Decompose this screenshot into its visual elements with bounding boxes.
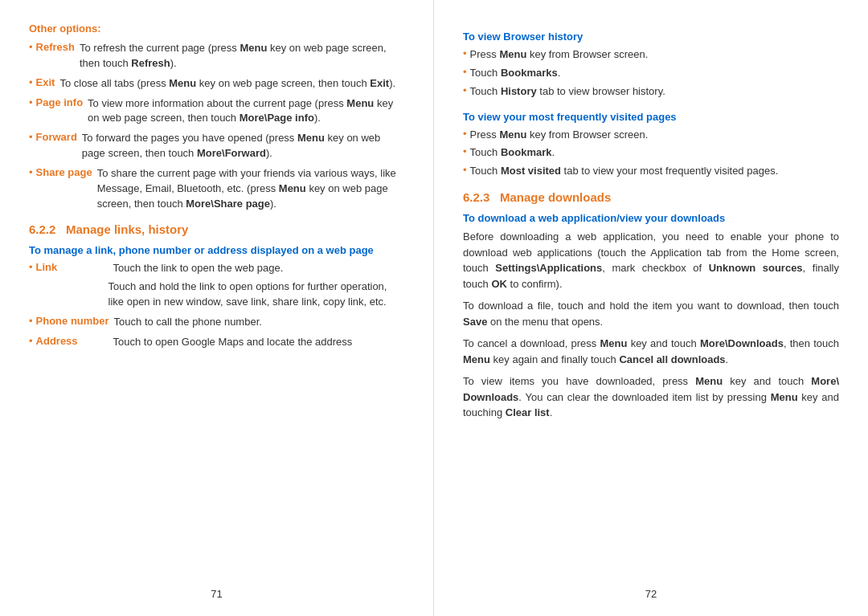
keyword: Menu xyxy=(463,353,490,365)
page-number-left: 71 xyxy=(211,588,222,600)
item-desc: Press Menu key from Browser screen. xyxy=(470,47,649,63)
options-list: • Refresh To refresh the current page (p… xyxy=(29,41,404,211)
bullet-dot: • xyxy=(29,335,33,347)
list-item: • Link Touch the link to open the web pa… xyxy=(29,261,404,310)
item-desc: To forward the pages you have opened (pr… xyxy=(82,131,404,161)
list-item: • Press Menu key from Browser screen. xyxy=(463,47,839,63)
bullet-dot: • xyxy=(463,145,467,157)
item-desc: Touch Bookmark. xyxy=(470,145,555,161)
frequently-visited-list: • Press Menu key from Browser screen. • … xyxy=(463,128,839,180)
bullet-dot: • xyxy=(463,84,467,96)
keyword: Menu xyxy=(169,77,196,89)
manage-links-subheading: To manage a link, phone number or addres… xyxy=(29,244,404,256)
download-para4: To view items you have downloaded, press… xyxy=(463,373,839,421)
item-desc: Touch Most visited tab to view your most… xyxy=(470,164,779,179)
bullet-dot: • xyxy=(29,166,33,178)
browser-history-heading: To view Browser history xyxy=(463,31,839,43)
list-item: • Touch History tab to view browser hist… xyxy=(463,84,839,100)
browser-history-list: • Press Menu key from Browser screen. • … xyxy=(463,47,839,100)
keyword: Menu xyxy=(695,375,723,387)
keyword: Menu xyxy=(346,97,374,109)
item-desc: Touch Bookmarks. xyxy=(470,66,561,81)
list-item: • Phone number Touch to call the phone n… xyxy=(29,315,404,330)
left-page: Other options: • Refresh To refresh the … xyxy=(0,0,434,616)
item-desc: Press Menu key from Browser screen. xyxy=(470,128,649,143)
item-desc: To close all tabs (press Menu key on web… xyxy=(59,76,395,92)
bullet-dot: • xyxy=(463,66,467,78)
keyword: Clear list xyxy=(506,406,550,418)
item-desc-extra: Touch and hold the link to open options … xyxy=(108,280,387,308)
keyword: Most visited xyxy=(501,165,561,177)
keyword: Menu xyxy=(771,391,798,403)
keyword: Save xyxy=(463,316,487,328)
list-item: • Refresh To refresh the current page (p… xyxy=(29,41,404,71)
list-item: • Page info To view more information abo… xyxy=(29,96,404,127)
item-desc: Touch the link to open the web page. xyxy=(113,261,284,276)
keyword: Refresh xyxy=(131,57,170,69)
item-term: Link xyxy=(36,261,108,276)
chapter-number: 6.2.2 xyxy=(29,222,55,236)
keyword: Unknown sources xyxy=(709,262,803,274)
item-desc: Touch to call the phone number. xyxy=(114,315,262,330)
bullet-dot: • xyxy=(463,128,467,140)
bullet-dot: • xyxy=(463,47,467,59)
list-item: • Touch Bookmark. xyxy=(463,145,839,161)
bullet-dot: • xyxy=(29,96,33,108)
chapter-title: Manage downloads xyxy=(500,190,611,204)
chapter-622-heading: 6.2.2 Manage links, history xyxy=(29,222,404,236)
item-term: Forward xyxy=(36,131,77,143)
chapter-title: Manage links, history xyxy=(66,222,189,236)
item-term: Exit xyxy=(36,76,55,88)
list-item: • Touch Most visited tab to view your mo… xyxy=(463,164,839,179)
bullet-dot: • xyxy=(29,41,33,53)
list-item: • Press Menu key from Browser screen. xyxy=(463,128,839,143)
list-item: • Exit To close all tabs (press Menu key… xyxy=(29,76,404,92)
keyword: Exit xyxy=(370,77,389,89)
keyword: Settings\Applications xyxy=(495,262,602,274)
bullet-dot: • xyxy=(29,76,33,88)
keyword: OK xyxy=(491,278,507,290)
item-desc: Touch History tab to view browser histor… xyxy=(470,84,665,100)
bullet-dot: • xyxy=(29,315,33,327)
chapter-623-heading: 6.2.3 Manage downloads xyxy=(463,190,839,204)
item-desc: To share the current page with your frie… xyxy=(97,166,404,212)
keyword: Menu xyxy=(600,337,628,349)
keyword: Menu xyxy=(297,132,325,144)
item-term: Share page xyxy=(36,166,92,178)
item-desc: To refresh the current page (press Menu … xyxy=(80,41,404,71)
item-desc: Touch to open Google Maps and locate the… xyxy=(113,335,353,350)
list-item: • Share page To share the current page w… xyxy=(29,166,404,212)
download-subheading: To download a web application/view your … xyxy=(463,212,839,224)
item-desc: To view more information about the curre… xyxy=(88,96,404,127)
item-term: Phone number xyxy=(36,315,109,327)
download-para2: To download a file, touch and hold the i… xyxy=(463,298,839,329)
keyword: Menu xyxy=(499,48,526,60)
frequently-visited-heading: To view your most frequently visited pag… xyxy=(463,111,839,123)
item-term: Page info xyxy=(36,96,84,108)
other-options-heading: Other options: xyxy=(29,22,404,35)
item-term: Refresh xyxy=(36,41,75,53)
keyword: More\Downloads xyxy=(700,337,784,349)
keyword: Menu xyxy=(279,182,306,194)
link-items-list: • Link Touch the link to open the web pa… xyxy=(29,261,404,349)
item-term: Address xyxy=(36,335,108,347)
bullet-dot: • xyxy=(29,131,33,143)
keyword: Bookmarks xyxy=(501,67,558,79)
right-page: To view Browser history • Press Menu key… xyxy=(434,0,868,616)
list-item: • Forward To forward the pages you have … xyxy=(29,131,404,161)
download-para1: Before downloading a web application, yo… xyxy=(463,229,839,292)
bullet-dot: • xyxy=(463,164,467,176)
bullet-dot: • xyxy=(29,261,33,273)
keyword: Bookmark xyxy=(501,146,552,158)
download-para3: To cancel a download, press Menu key and… xyxy=(463,336,839,367)
keyword: More\Page info xyxy=(240,112,314,124)
page-number-right: 72 xyxy=(645,588,657,600)
chapter-number: 6.2.3 xyxy=(463,190,489,204)
list-item: • Address Touch to open Google Maps and … xyxy=(29,335,404,350)
keyword: History xyxy=(501,85,537,97)
keyword: Cancel all downloads xyxy=(619,353,725,365)
keyword: Menu xyxy=(499,129,526,141)
keyword: More\Share page xyxy=(186,198,270,210)
keyword: Menu xyxy=(240,42,267,54)
keyword: More\Forward xyxy=(197,147,266,159)
